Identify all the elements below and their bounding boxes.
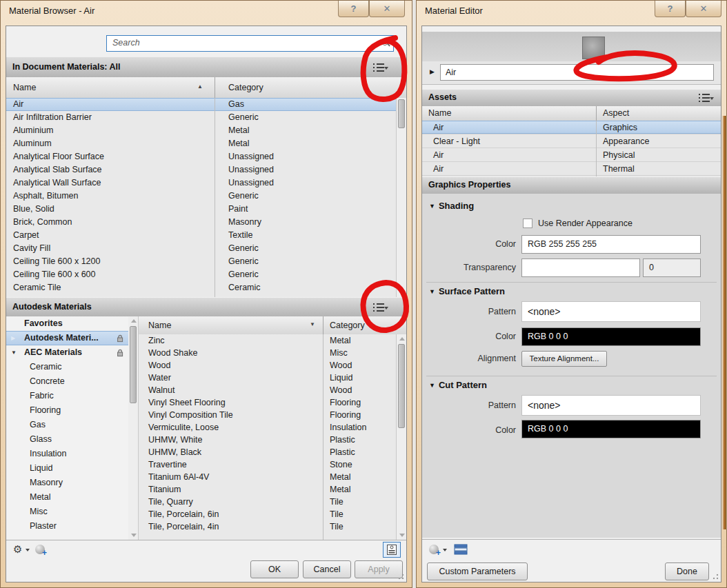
material-preview-thumbnail[interactable]: [582, 37, 605, 59]
close-button[interactable]: ✕: [369, 1, 405, 17]
tree-item[interactable]: ▶ ▼ Concrete: [6, 374, 128, 389]
table-row[interactable]: Aluminium Metal: [6, 124, 406, 137]
cut-color-swatch[interactable]: RGB 0 0 0: [521, 420, 701, 438]
texture-alignment-button[interactable]: Texture Alignment...: [521, 351, 607, 367]
autodesk-list-scrollbar[interactable]: [396, 334, 406, 540]
autodesk-col-category[interactable]: Category: [330, 321, 365, 330]
table-row[interactable]: Vermiculite, Loose Insulation: [139, 421, 396, 434]
table-row[interactable]: Zinc Metal: [139, 334, 396, 347]
surface-pattern-value[interactable]: <none>: [521, 301, 701, 322]
tree-expanded-icon[interactable]: ▼: [11, 345, 17, 360]
doc-table-header[interactable]: Name ▲ Category: [6, 77, 406, 99]
transparency-value[interactable]: 0: [643, 258, 701, 277]
table-row[interactable]: Asphalt, Bitumen Generic: [6, 190, 406, 203]
shading-color-swatch[interactable]: RGB 255 255 255: [521, 235, 701, 254]
asset-row[interactable]: Air Physical: [422, 148, 721, 162]
table-row[interactable]: Aluminum Metal: [6, 137, 406, 150]
shading-section-title[interactable]: ▼Shading: [429, 201, 474, 211]
tree-item[interactable]: ▶ ▼ Flooring: [6, 403, 128, 418]
create-asset-dropdown-icon[interactable]: [443, 549, 447, 551]
help-button[interactable]: ?: [655, 1, 686, 17]
table-row[interactable]: Ceiling Tile 600 x 600 Generic: [6, 268, 406, 281]
table-row[interactable]: Tile, Quarry Tile: [139, 496, 396, 508]
tree-item[interactable]: ▶ ▼ Metal: [6, 490, 128, 505]
transparency-slider[interactable]: [521, 258, 640, 277]
table-row[interactable]: Vinyl Sheet Flooring Flooring: [139, 396, 396, 409]
tree-item[interactable]: ▶ ▼ Ceramic: [6, 360, 128, 374]
doc-col-name[interactable]: Name: [13, 83, 36, 92]
tree-item[interactable]: ▶ ▼ Liquid: [6, 461, 128, 476]
table-row[interactable]: Walnut Wood: [139, 384, 396, 396]
table-row[interactable]: Titanium 6Al-4V Metal: [139, 471, 396, 483]
table-row[interactable]: Tile, Porcelain, 4in Tile: [139, 520, 396, 533]
table-row[interactable]: Brick, Common Masonry: [6, 216, 406, 229]
table-row[interactable]: Travertine Stone: [139, 458, 396, 471]
table-row[interactable]: Analytical Slab Surface Unassigned: [6, 163, 406, 176]
cancel-button[interactable]: Cancel: [303, 560, 351, 578]
table-row[interactable]: Analytical Floor Surface Unassigned: [6, 150, 406, 163]
apply-button[interactable]: Apply: [355, 560, 403, 578]
material-editor-titlebar[interactable]: Material Editor ? ✕: [417, 1, 726, 21]
custom-parameters-button[interactable]: Custom Parameters: [427, 562, 528, 580]
autodesk-table-header[interactable]: Name ▼ Category: [139, 316, 406, 335]
collapse-icon[interactable]: ▼: [429, 382, 435, 389]
view-options-icon[interactable]: [697, 93, 714, 103]
autodesk-col-name[interactable]: Name: [148, 321, 171, 330]
assets-col-aspect[interactable]: Aspect: [603, 108, 629, 118]
gear-dropdown-icon[interactable]: [26, 549, 30, 551]
search-icon[interactable]: [381, 38, 390, 48]
table-row[interactable]: UHMW, Black Plastic: [139, 446, 396, 458]
surface-color-swatch[interactable]: RGB 0 0 0: [521, 327, 701, 346]
search-input[interactable]: Search: [106, 35, 394, 52]
tree-item[interactable]: ▶ ▼ Masonry: [6, 476, 128, 490]
table-row[interactable]: Water Liquid: [139, 372, 396, 384]
duplicate-asset-icon[interactable]: [454, 544, 468, 555]
tree-item[interactable]: ▶ ▼ Misc: [6, 505, 128, 519]
table-row[interactable]: Wood Shake Misc: [139, 347, 396, 359]
doc-list-scrollbar[interactable]: [396, 98, 406, 297]
close-button[interactable]: ✕: [686, 1, 721, 17]
tree-item[interactable]: ▶ ▼ Insulation: [6, 447, 128, 461]
table-row[interactable]: Wood Wood: [139, 359, 396, 372]
table-row[interactable]: Blue, Solid Paint: [6, 203, 406, 216]
table-row[interactable]: Tile, Porcelain, 6in Tile: [139, 508, 396, 520]
table-row[interactable]: UHMW, White Plastic: [139, 434, 396, 446]
ok-button[interactable]: OK: [250, 560, 299, 578]
tree-collapsed-icon[interactable]: ▶: [11, 331, 15, 345]
table-row[interactable]: Analytical Wall Surface Unassigned: [6, 176, 406, 190]
tree-item[interactable]: ▶ ▼ Favorites: [6, 316, 128, 331]
expander-icon[interactable]: ▶: [430, 68, 435, 75]
use-render-appearance-checkbox[interactable]: [523, 219, 532, 228]
resize-grip[interactable]: [397, 573, 404, 580]
table-row[interactable]: Air Gas: [6, 98, 406, 111]
tree-item[interactable]: ▶ ▼ Plaster: [6, 519, 128, 534]
material-browser-titlebar[interactable]: Material Browser - Air ? ✕: [1, 1, 412, 21]
view-options-icon[interactable]: [372, 303, 388, 312]
table-row[interactable]: Vinyl Composition Tile Flooring: [139, 409, 396, 421]
tree-item[interactable]: ▶ ▼ AEC Materials: [6, 345, 128, 360]
tree-item[interactable]: ▶ ▼ Glass: [6, 432, 128, 447]
assets-table-header[interactable]: Name Aspect: [422, 106, 721, 121]
asset-row[interactable]: Air Thermal: [422, 162, 721, 176]
surface-pattern-section-title[interactable]: ▼Surface Pattern: [429, 286, 505, 296]
material-name-input[interactable]: Air: [440, 64, 714, 81]
asset-row[interactable]: Clear - Light Appearance: [422, 134, 721, 148]
tree-scrollbar[interactable]: [128, 316, 139, 540]
view-options-icon[interactable]: [372, 63, 388, 72]
resize-grip[interactable]: [712, 573, 719, 580]
table-row[interactable]: Titanium Metal: [139, 483, 396, 496]
toggle-material-editor-button[interactable]: [383, 542, 401, 558]
assets-col-name[interactable]: Name: [428, 108, 451, 118]
help-button[interactable]: ?: [338, 1, 369, 17]
cut-pattern-value[interactable]: <none>: [521, 395, 701, 416]
tree-item[interactable]: ▶ ▼ Autodesk Materi...: [6, 331, 128, 345]
table-row[interactable]: Cavity Fill Generic: [6, 242, 406, 255]
done-button[interactable]: Done: [665, 562, 709, 580]
tree-item[interactable]: ▶ ▼ Gas: [6, 418, 128, 432]
table-row[interactable]: Ceramic Tile Ceramic: [6, 281, 406, 294]
doc-col-category[interactable]: Category: [228, 83, 263, 92]
table-row[interactable]: Carpet Textile: [6, 229, 406, 242]
gear-icon[interactable]: ⚙: [13, 543, 22, 556]
asset-row[interactable]: Air Graphics: [422, 121, 721, 134]
tree-item[interactable]: ▶ ▼ Fabric: [6, 389, 128, 403]
